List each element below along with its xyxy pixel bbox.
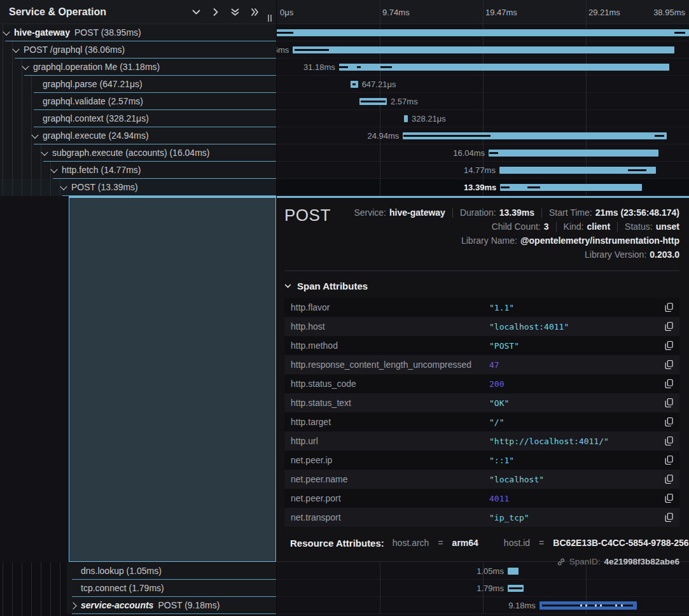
- copy-icon[interactable]: [665, 340, 673, 351]
- equals-sign: =: [539, 538, 544, 548]
- indent-guide: [12, 162, 13, 179]
- span-tree-row[interactable]: graphql.context (328.21μs): [0, 110, 276, 127]
- timeline-bar-row[interactable]: 24.94ms: [277, 127, 689, 144]
- span-attributes-header[interactable]: Span Attributes: [284, 279, 679, 292]
- span-tree-row[interactable]: dns.lookup (1.05ms): [0, 563, 276, 580]
- chevron-down-icon[interactable]: [12, 45, 19, 52]
- span-bar[interactable]: [489, 150, 658, 157]
- span-bar[interactable]: [508, 568, 518, 575]
- copy-button[interactable]: [665, 455, 673, 465]
- attribute-value: "::1": [489, 456, 514, 465]
- double-chevron-right-icon[interactable]: [250, 8, 260, 17]
- attribute-key: http.flavor: [291, 302, 489, 312]
- span-tree-row[interactable]: tcp.connect (1.79ms): [0, 580, 276, 597]
- copy-button[interactable]: [665, 493, 673, 503]
- timeline-bar-row[interactable]: 38.95ms: [277, 24, 689, 41]
- chevron-down-icon[interactable]: [191, 8, 201, 17]
- copy-button[interactable]: [665, 474, 673, 484]
- span-bar[interactable]: [500, 184, 642, 191]
- copy-button[interactable]: [665, 436, 673, 446]
- copy-icon[interactable]: [665, 379, 673, 389]
- copy-icon[interactable]: [665, 474, 673, 484]
- meta-label: Start Time:: [549, 207, 592, 218]
- span-bar[interactable]: [508, 585, 524, 592]
- span-tree-row[interactable]: POST /graphql (36.06ms): [0, 41, 276, 59]
- span-tree-row[interactable]: dns.lookup (1.05ms): [0, 563, 276, 580]
- attribute-value: "http://localhost:4011/": [489, 437, 609, 446]
- span-name-label: dns.lookup (1.05ms): [81, 563, 162, 579]
- indent-guide: [31, 162, 32, 179]
- span-tree-row[interactable]: service-accountsPOST (9.18ms): [0, 597, 276, 614]
- chevron-down-icon[interactable]: [41, 148, 48, 155]
- copy-button[interactable]: [665, 417, 673, 427]
- span-tree-row[interactable]: POST (13.39ms): [0, 179, 276, 196]
- timeline-bar-row[interactable]: 9.18ms: [277, 597, 689, 614]
- double-chevron-down-icon[interactable]: [230, 8, 240, 17]
- span-tree-row[interactable]: graphql.execute (24.94ms): [0, 127, 276, 144]
- timeline-bar-row[interactable]: 1.79ms: [277, 580, 689, 597]
- span-bar[interactable]: [404, 115, 408, 122]
- timeline-bar-row[interactable]: 2.57ms: [277, 93, 689, 110]
- resource-attributes-row[interactable]: Resource Attributes: host.arch=arm64host…: [284, 536, 679, 549]
- span-bar[interactable]: [359, 98, 387, 105]
- copy-button[interactable]: [665, 340, 673, 351]
- span-tree-row[interactable]: hive-gatewayPOST (38.95ms): [0, 24, 276, 41]
- copy-icon[interactable]: [665, 321, 673, 332]
- copy-button[interactable]: [665, 321, 673, 332]
- copy-icon[interactable]: [665, 493, 673, 503]
- span-bar[interactable]: [539, 601, 637, 610]
- timeline-bar-row[interactable]: 14.77ms: [277, 162, 689, 179]
- span-bar[interactable]: [293, 46, 674, 53]
- timeline-bar-row[interactable]: 13.39ms: [277, 179, 689, 196]
- meta-value: hive-gateway: [389, 207, 445, 218]
- timeline-bar-row[interactable]: 16.04ms: [277, 144, 689, 162]
- span-tree-row[interactable]: subgraph.execute (accounts) (16.04ms): [0, 144, 276, 162]
- pane-divider[interactable]: [276, 0, 277, 616]
- meta-value: @opentelemetry/instrumentation-http: [520, 235, 679, 246]
- copy-button[interactable]: [665, 360, 673, 370]
- span-tree-row[interactable]: graphql.operation Me (31.18ms): [0, 59, 276, 76]
- span-tree-row[interactable]: service-accountsPOST (9.18ms): [0, 597, 276, 614]
- copy-button[interactable]: [665, 398, 673, 408]
- link-icon[interactable]: [557, 557, 566, 566]
- copy-icon[interactable]: [665, 360, 673, 370]
- span-tree-row[interactable]: tcp.connect (1.79ms): [0, 580, 276, 597]
- copy-icon[interactable]: [665, 512, 673, 522]
- timeline-bar-row[interactable]: 328.21μs: [277, 110, 689, 127]
- copy-icon[interactable]: [665, 302, 673, 312]
- span-tree-row[interactable]: graphql.validate (2.57ms): [0, 93, 276, 110]
- chevron-right-icon[interactable]: [211, 8, 220, 17]
- span-tree-row[interactable]: graphql.parse (647.21μs): [0, 76, 276, 93]
- span-bar[interactable]: [403, 132, 667, 139]
- meta-divider: [617, 222, 618, 232]
- copy-button[interactable]: [665, 379, 673, 389]
- copy-icon[interactable]: [665, 398, 673, 408]
- timeline-bar-row[interactable]: 31.18ms: [277, 59, 689, 76]
- span-bar[interactable]: [339, 64, 669, 71]
- span-tree-row[interactable]: http.fetch (14.77ms): [0, 162, 276, 179]
- chevron-down-icon[interactable]: [60, 183, 67, 190]
- timeline-bar-row[interactable]: 36.06ms: [277, 41, 689, 59]
- chevron-right-icon[interactable]: [69, 602, 76, 609]
- pane-resize-handle[interactable]: [268, 15, 272, 22]
- chevron-down-icon[interactable]: [50, 165, 57, 172]
- span-bar[interactable]: [499, 167, 656, 174]
- span-bar[interactable]: [277, 29, 689, 36]
- timeline-gridline: [586, 76, 587, 92]
- span-bar[interactable]: [351, 81, 358, 88]
- attribute-row: net.peer.ip"::1": [284, 451, 679, 470]
- child-span-dot: [585, 605, 587, 606]
- copy-icon[interactable]: [665, 436, 673, 446]
- attribute-key: net.peer.name: [291, 474, 489, 484]
- copy-icon[interactable]: [665, 455, 673, 465]
- span-name-label: POST /graphql (36.06ms): [24, 41, 125, 58]
- timeline-bars: 38.95ms36.06ms31.18ms647.21μs2.57ms328.2…: [277, 24, 689, 196]
- copy-icon[interactable]: [665, 417, 673, 427]
- copy-button[interactable]: [665, 512, 673, 522]
- timeline-bar-row[interactable]: 647.21μs: [277, 76, 689, 93]
- span-name-label: graphql.execute (24.94ms): [43, 127, 149, 144]
- chevron-down-icon[interactable]: [31, 131, 38, 138]
- chevron-down-icon[interactable]: [3, 28, 10, 35]
- chevron-down-icon[interactable]: [22, 62, 29, 69]
- copy-button[interactable]: [665, 302, 673, 312]
